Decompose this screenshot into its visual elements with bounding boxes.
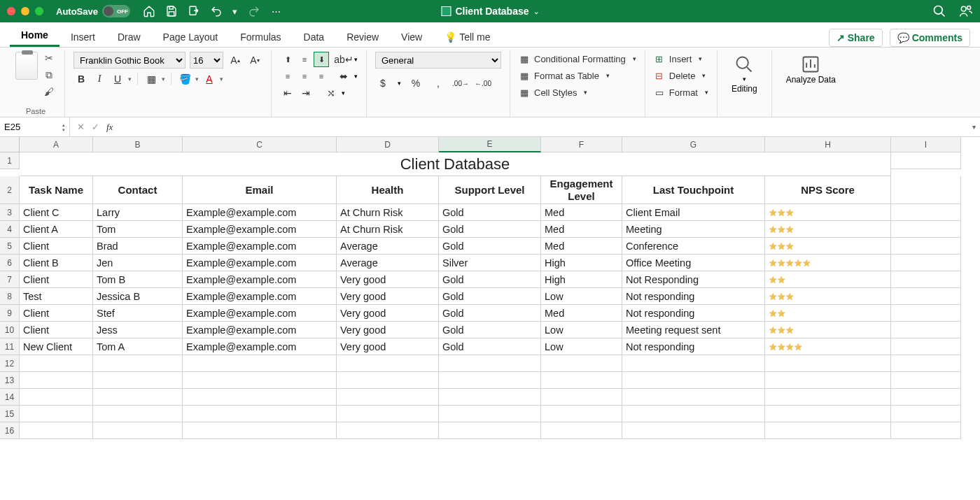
cell[interactable]: Meeting request sent <box>622 322 765 338</box>
cell[interactable]: Low <box>541 322 622 338</box>
sheet-title-cell[interactable]: Client Database <box>20 152 891 176</box>
cell[interactable]: Average <box>337 238 439 255</box>
redo-icon[interactable] <box>248 5 260 17</box>
font-color-button[interactable]: A <box>202 71 217 87</box>
cell[interactable]: Jessica B <box>93 288 183 305</box>
cell[interactable]: Low <box>541 288 622 305</box>
comments-button[interactable]: 💬 Comments <box>890 29 970 47</box>
cell[interactable] <box>891 338 961 355</box>
orientation-button[interactable]: ⤭ <box>323 85 339 101</box>
cell[interactable]: Tom A <box>93 338 183 355</box>
cell[interactable] <box>765 406 891 422</box>
insert-cells-button[interactable]: ⊞Insert▾ <box>654 52 708 66</box>
cell[interactable]: High <box>541 255 622 271</box>
cell[interactable]: Very good <box>337 288 439 305</box>
cell[interactable]: Average <box>337 255 439 271</box>
font-color-dropdown-icon[interactable]: ▾ <box>220 76 223 83</box>
row-header-7[interactable]: 7 <box>0 271 20 288</box>
cell[interactable] <box>891 176 961 204</box>
close-window-icon[interactable] <box>7 7 15 15</box>
cell[interactable]: Tom B <box>93 271 183 288</box>
comma-button[interactable]: , <box>430 76 446 91</box>
cell[interactable]: Gold <box>439 221 541 238</box>
row-header-12[interactable]: 12 <box>0 355 20 372</box>
row-header-1[interactable]: 1 <box>0 152 20 169</box>
format-painter-icon[interactable]: 🖌 <box>42 85 56 98</box>
table-header-cell[interactable]: Contact <box>93 176 183 204</box>
cell[interactable] <box>891 322 961 338</box>
row-header-8[interactable]: 8 <box>0 288 20 305</box>
number-format-select[interactable]: General <box>375 52 501 69</box>
minimize-window-icon[interactable] <box>21 7 29 15</box>
format-as-table-button[interactable]: ▦Format as Table▾ <box>519 69 636 83</box>
document-title[interactable]: Client Database ⌄ <box>441 6 538 17</box>
cell[interactable] <box>439 406 541 422</box>
decrease-indent-icon[interactable]: ⇤ <box>280 85 295 101</box>
cell[interactable] <box>20 372 93 389</box>
currency-dropdown-icon[interactable]: ▾ <box>398 80 401 87</box>
row-header-16[interactable]: 16 <box>0 422 20 439</box>
cell[interactable] <box>337 422 439 439</box>
align-top-icon[interactable]: ⬆ <box>280 52 295 67</box>
row-header-3[interactable]: 3 <box>0 204 20 221</box>
save-icon[interactable] <box>165 5 178 17</box>
cell[interactable]: Client <box>20 322 93 338</box>
cell[interactable]: At Churn Risk <box>337 204 439 221</box>
cell[interactable] <box>891 255 961 271</box>
cell[interactable] <box>183 406 337 422</box>
cell[interactable]: Very good <box>337 305 439 322</box>
decrease-font-icon[interactable]: A▾ <box>247 52 262 68</box>
cell[interactable] <box>622 389 765 406</box>
cell[interactable] <box>541 372 622 389</box>
cell[interactable] <box>622 406 765 422</box>
font-size-select[interactable]: 16 <box>190 52 223 69</box>
cell[interactable]: Brad <box>93 238 183 255</box>
expand-formula-bar-icon[interactable]: ▾ <box>967 123 980 131</box>
cell[interactable] <box>337 389 439 406</box>
cell[interactable] <box>891 152 961 169</box>
share-people-icon[interactable] <box>959 4 973 18</box>
cell[interactable]: Not Responding <box>622 271 765 288</box>
cell[interactable]: Gold <box>439 271 541 288</box>
undo-icon[interactable] <box>210 5 223 17</box>
cell[interactable] <box>93 355 183 372</box>
table-header-cell[interactable]: NPS Score <box>765 176 891 204</box>
tell-me[interactable]: 💡 Tell me <box>433 26 501 47</box>
row-header-4[interactable]: 4 <box>0 221 20 238</box>
cell[interactable]: New Client <box>20 338 93 355</box>
cell[interactable]: Silver <box>439 255 541 271</box>
align-bottom-icon[interactable]: ⬇ <box>314 52 329 67</box>
cell[interactable]: Test <box>20 288 93 305</box>
row-header-15[interactable]: 15 <box>0 406 20 422</box>
cell[interactable]: Meeting <box>622 221 765 238</box>
cell[interactable] <box>891 406 961 422</box>
cell[interactable] <box>183 372 337 389</box>
cell[interactable] <box>765 422 891 439</box>
merge-button[interactable]: ⬌ <box>336 69 351 84</box>
cancel-formula-icon[interactable]: ✕ <box>77 122 85 132</box>
cell[interactable]: Gold <box>439 288 541 305</box>
cell[interactable] <box>891 221 961 238</box>
cell[interactable]: High <box>541 271 622 288</box>
cell[interactable]: Example@example.com <box>183 238 337 255</box>
orientation-dropdown-icon[interactable]: ▾ <box>342 90 345 97</box>
cell[interactable]: Very good <box>337 338 439 355</box>
column-header-A[interactable]: A <box>20 137 93 152</box>
tab-home[interactable]: Home <box>10 24 59 47</box>
cell[interactable] <box>891 389 961 406</box>
column-header-H[interactable]: H <box>765 137 891 152</box>
cell[interactable] <box>93 406 183 422</box>
share-button[interactable]: ↗ Share <box>829 29 883 47</box>
cell[interactable] <box>541 389 622 406</box>
cell[interactable]: Tom <box>93 221 183 238</box>
cell[interactable] <box>765 355 891 372</box>
row-header-10[interactable]: 10 <box>0 322 20 338</box>
wrap-dropdown-icon[interactable]: ▾ <box>354 56 358 63</box>
column-header-C[interactable]: C <box>183 137 337 152</box>
align-middle-icon[interactable]: ≡ <box>297 52 312 67</box>
cell[interactable]: Example@example.com <box>183 204 337 221</box>
cell[interactable] <box>337 355 439 372</box>
cell[interactable]: Not responding <box>622 305 765 322</box>
cell[interactable] <box>20 389 93 406</box>
cell[interactable]: Example@example.com <box>183 288 337 305</box>
